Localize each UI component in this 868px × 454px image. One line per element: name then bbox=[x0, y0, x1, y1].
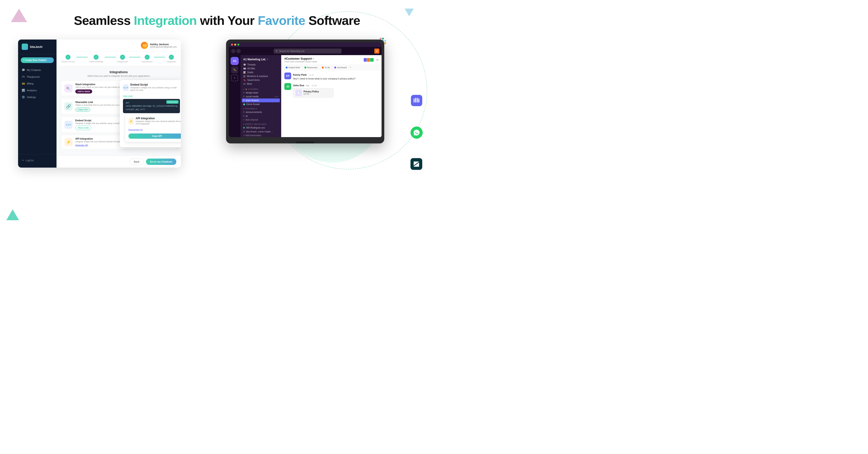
member-avatar-3 bbox=[370, 58, 374, 62]
add-teammates-button[interactable]: + Add teammates bbox=[241, 133, 281, 137]
user-avatar: AJ bbox=[141, 42, 148, 49]
user-info: AJ Ashley Jackson ashleyjackson@gmail.co… bbox=[141, 42, 177, 49]
add-teammates-icon: + bbox=[243, 134, 245, 137]
expand-channels-icon: ▾ bbox=[243, 108, 244, 110]
workspace-icon[interactable]: A1 bbox=[230, 57, 239, 65]
ch-threads[interactable]: 💬 Threads bbox=[241, 63, 281, 67]
forward-nav-button[interactable]: › bbox=[236, 49, 241, 53]
sidebar-item-settings[interactable]: ⚙️ Settings bbox=[18, 94, 57, 100]
copy-code-button[interactable]: Copy Code bbox=[166, 100, 179, 104]
file-details: Privacy Policy pdf file bbox=[304, 90, 319, 95]
add-tab-icon[interactable]: + bbox=[350, 66, 351, 69]
copy-link-button[interactable]: Copy Link bbox=[75, 107, 90, 112]
sitejet-footer: Back Go to my Chatbots bbox=[57, 156, 181, 168]
ch-pr[interactable]: # pr bbox=[241, 114, 281, 118]
traffic-red[interactable] bbox=[231, 43, 233, 45]
back-button[interactable]: Back bbox=[129, 159, 144, 165]
add-workspace-button[interactable]: + bbox=[231, 74, 238, 81]
hash-icon-2: # bbox=[243, 95, 245, 98]
dm-bea[interactable]: Bea Rosen, Carter Poplin ... bbox=[241, 130, 281, 133]
sidebar-item-playground[interactable]: 🎮 Playground bbox=[18, 73, 57, 80]
tab-project-brief[interactable]: Project brief bbox=[284, 66, 301, 69]
msg-sender-1: Kenny Park bbox=[293, 73, 307, 76]
svg-rect-24 bbox=[67, 88, 68, 89]
back-nav-button[interactable]: ‹ bbox=[231, 49, 236, 53]
star-icon: ★ bbox=[245, 88, 247, 90]
chat-main: #Customer Support ▾ Track and coordinate… bbox=[281, 55, 381, 137]
add-channel-button[interactable]: + Add channel bbox=[241, 118, 281, 122]
copy-api-button[interactable]: Copy API bbox=[128, 133, 181, 139]
hide-code-link[interactable]: Hide Code bbox=[123, 95, 133, 97]
user-email: ashleyjackson@gmail.com bbox=[150, 45, 177, 48]
step-create-account: ✓ Create Account bbox=[61, 55, 75, 63]
section-title: Integrations bbox=[61, 70, 176, 74]
tab-resources[interactable]: Resources bbox=[303, 66, 319, 69]
api-popup-title-group: API Integration Integrate widget into yo… bbox=[135, 117, 181, 126]
logout-icon: ↪ bbox=[22, 159, 24, 162]
msg-text-1: Hey! I need to know what is your company… bbox=[293, 77, 355, 80]
embed-script-icon: </> bbox=[64, 121, 72, 129]
sidebar-item-chatbots[interactable]: 💬 My Chatbots bbox=[18, 67, 57, 73]
heading-part3: Software bbox=[305, 13, 360, 28]
step-line-1 bbox=[76, 57, 88, 57]
step-circle-5: ✓ bbox=[169, 55, 174, 60]
hash-icon-4: # bbox=[243, 111, 245, 114]
hash-icon-3: # bbox=[243, 99, 245, 102]
ch-drafts[interactable]: 📝 Drafts bbox=[241, 70, 281, 74]
sitejet-logo-text: SiteJetAI bbox=[30, 45, 42, 48]
dm-will[interactable]: Will Rodrigues you bbox=[241, 126, 281, 130]
logout-button[interactable]: ↪ LogOut bbox=[18, 157, 57, 164]
svg-rect-27 bbox=[69, 88, 70, 89]
edit-icon[interactable]: ✏️ bbox=[231, 66, 238, 73]
ch-group-main: 💬 Threads ✉️ All DMs 📝 Drafts bbox=[241, 63, 281, 86]
msg-content-2: John Doe Bot 12:58 📄 Privacy Policy bbox=[293, 83, 334, 98]
sidebar-item-analytics[interactable]: 📊 Analytics bbox=[18, 87, 57, 94]
api-integration-icon: ⚡ bbox=[64, 138, 72, 146]
tab-jira[interactable]: Jira board bbox=[333, 66, 348, 69]
mentions-icon: @ bbox=[243, 75, 246, 77]
channel-actions: 74 bbox=[364, 58, 378, 62]
sidebar-item-billing[interactable]: 💳 Billing bbox=[18, 80, 57, 87]
ch-all-dms[interactable]: ✉️ All DMs bbox=[241, 67, 281, 70]
ch-mentions[interactable]: @ Mentions & reactions bbox=[241, 74, 281, 78]
sitejet-logo: SiteJetAI bbox=[18, 43, 57, 54]
ch-saved-items[interactable]: 🔖 Saved items bbox=[241, 78, 281, 82]
ch-elena-nowak[interactable]: Elena Nowak bbox=[241, 102, 281, 106]
workspace-sidebar: A1 ✏️ + bbox=[229, 55, 241, 137]
generate-api-button[interactable]: Generate API bbox=[75, 144, 88, 147]
svg-rect-30 bbox=[69, 89, 70, 90]
add-to-slack-button[interactable]: Add to Slack bbox=[75, 90, 92, 94]
tab-to-do[interactable]: To do bbox=[320, 66, 331, 69]
nav-arrows: ‹ › bbox=[231, 49, 241, 53]
traffic-green[interactable] bbox=[237, 43, 239, 45]
ch-more[interactable]: ••• More bbox=[241, 82, 281, 86]
code-block: Copy Code def send_embedded_message_to_s… bbox=[123, 99, 180, 113]
sidebar-bottom: ↪ LogOut bbox=[18, 154, 57, 164]
traffic-yellow[interactable] bbox=[234, 43, 236, 45]
slack-app: A1 ✏️ + A1 Marketing Ltd. ▾ bbox=[229, 55, 381, 137]
settings-icon: ⚙️ bbox=[22, 96, 25, 99]
bea-offline-dot bbox=[243, 131, 245, 132]
step-circle-4: ✓ bbox=[145, 55, 150, 60]
laptop-container: ‹ › 🔍 Search A1 Marketing List A A1 bbox=[194, 39, 416, 143]
embed-popup-title: Embed Script bbox=[130, 83, 180, 86]
msg-header-2: John Doe Bot 12:58 bbox=[293, 83, 334, 87]
show-code-button[interactable]: Show Code bbox=[75, 126, 91, 130]
channel-info: #Customer Support ▾ Track and coordinate… bbox=[284, 57, 317, 63]
saved-icon: 🔖 bbox=[243, 79, 246, 81]
embed-popup-title-group: Embed Script Integrate a widget into any… bbox=[130, 83, 180, 92]
ch-team-finance[interactable]: # team-finance bbox=[242, 98, 280, 102]
step-circle-3: ✓ bbox=[120, 55, 125, 60]
regenerate-api-link[interactable]: Regenerate API bbox=[128, 129, 143, 131]
slack-search-bar[interactable]: 🔍 Search A1 Marketing List bbox=[274, 48, 342, 54]
ch-announcements[interactable]: # announcements bbox=[241, 110, 281, 114]
ch-design-team[interactable]: # design-team bbox=[241, 91, 281, 95]
tab-dot-purple bbox=[334, 67, 336, 68]
go-to-chatbots-button[interactable]: Go to my Chatbots bbox=[146, 159, 176, 165]
svg-rect-25 bbox=[67, 87, 68, 88]
embed-popup-desc: Integrate a widget into any website usin… bbox=[130, 86, 180, 91]
billing-icon: 💳 bbox=[22, 82, 25, 85]
create-chatbot-button[interactable]: + Create New Chatbot bbox=[21, 57, 54, 63]
ch-social-media[interactable]: # social-media ↩↩ bbox=[241, 95, 281, 98]
decorative-triangle-teal bbox=[6, 209, 19, 220]
